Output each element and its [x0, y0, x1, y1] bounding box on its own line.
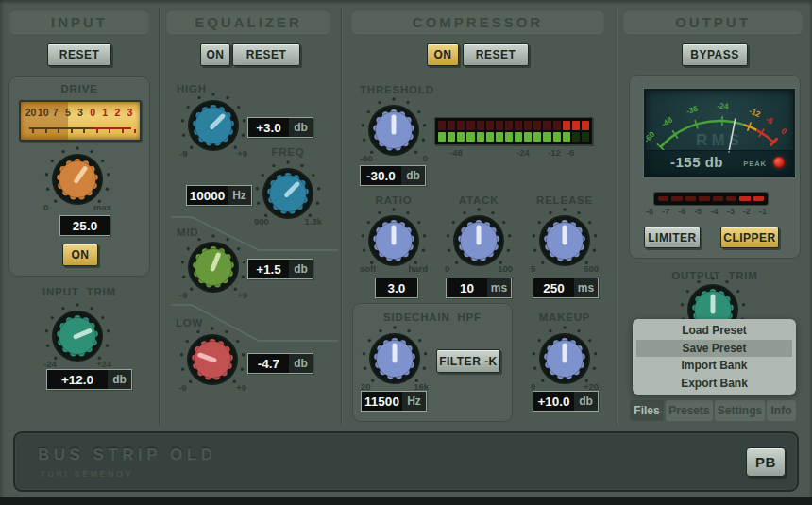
clip-meter-label: -3	[727, 207, 735, 216]
filter-k-button[interactable]: FILTER -K	[436, 349, 500, 373]
meter-segment	[671, 196, 682, 201]
led-cell	[496, 121, 503, 130]
svg-text:RMS: RMS	[696, 131, 743, 149]
drive-scale-number: 3	[74, 107, 86, 118]
eq-freq-knob[interactable]: 9001.3k	[252, 160, 324, 231]
eq-mid-knob[interactable]: -9+9	[178, 233, 249, 305]
drive-scale-number: 1	[99, 107, 111, 118]
drive-scale-number: 20	[25, 107, 37, 118]
plugin-author: YURI SEMENOV	[40, 469, 133, 479]
limiter-button[interactable]: LIMITER	[644, 227, 701, 248]
drive-scale-number: 0	[87, 107, 99, 118]
svg-text:-48: -48	[659, 114, 674, 128]
led-cell	[496, 132, 503, 142]
knob-min-label: -9	[178, 382, 186, 393]
ratio-value[interactable]: 3.0	[375, 278, 418, 298]
comp-reset-button[interactable]: RESET	[463, 43, 529, 66]
eq-low-knob[interactable]: -9+9	[177, 326, 248, 397]
attack-knob[interactable]: 0100	[443, 207, 515, 278]
sidechain-value[interactable]: 11500 Hz	[361, 391, 427, 412]
eq-mid-value[interactable]: +1.5 db	[247, 259, 313, 279]
led-cell	[563, 121, 570, 130]
drive-scale-tick	[96, 129, 98, 133]
makeup-unit: db	[574, 392, 598, 411]
input-reset-button[interactable]: RESET	[47, 43, 111, 66]
eq-low-value[interactable]: -4.7 db	[247, 353, 313, 374]
clip-meter-labels: -8-7-6-5-4-3-2-1	[646, 207, 767, 216]
makeup-value-text: +10.0	[533, 392, 574, 411]
led-cell	[515, 132, 522, 142]
tab-settings[interactable]: Settings	[715, 400, 765, 421]
menu-item-export-bank[interactable]: Export Bank	[636, 375, 792, 393]
svg-text:-12: -12	[748, 106, 762, 119]
ratio-label: RATIO	[358, 194, 430, 206]
drive-knob[interactable]: 0max	[42, 145, 113, 217]
eq-freq-value[interactable]: 10000 Hz	[186, 185, 252, 206]
tab-info[interactable]: Info	[767, 400, 796, 421]
input-trim-knob[interactable]: -24+24	[42, 302, 113, 374]
knob-max-label: +24	[96, 359, 111, 369]
comp-on-button[interactable]: ON	[427, 43, 459, 66]
led-cell	[572, 121, 580, 130]
drive-label: DRIVE	[9, 83, 149, 94]
led-cell	[438, 121, 446, 130]
vu-meter: -60-48-36-24-12-60RMS -155 db PEAK	[644, 89, 795, 177]
pb-button[interactable]: PB	[746, 447, 786, 477]
section-title-input: INPUT	[9, 9, 149, 34]
makeup-knob[interactable]: 0+20	[529, 325, 601, 396]
sidechain-value-text: 11500	[362, 392, 402, 411]
eq-mid-unit: db	[289, 260, 313, 278]
tab-files[interactable]: Files	[630, 400, 664, 421]
knob-max-label: +9	[237, 290, 247, 300]
eq-freq-label: FREQ	[255, 146, 321, 158]
attack-value[interactable]: 10 ms	[446, 278, 512, 298]
menu-item-save-preset[interactable]: Save Preset	[636, 340, 792, 358]
release-value[interactable]: 250 ms	[533, 278, 599, 298]
drive-on-button[interactable]: ON	[62, 244, 98, 266]
footer-bar: BUS STRIP OLD YURI SEMENOV PB	[13, 431, 799, 492]
clip-meter	[654, 193, 768, 205]
drive-meter-ruler	[29, 127, 131, 134]
drive-scale-number: 2	[111, 107, 124, 118]
clip-meter-label: -1	[759, 207, 767, 216]
release-label: RELEASE	[529, 194, 601, 206]
knob-max-label: max	[93, 202, 111, 212]
vu-meter-scale: -60-48-36-24-12-60RMS	[646, 91, 793, 153]
ratio-value-text: 3.0	[376, 278, 417, 297]
tab-presets[interactable]: Presets	[666, 400, 713, 421]
sidechain-knob[interactable]: 2016k	[359, 325, 431, 396]
drive-scale-tick	[109, 129, 110, 133]
led-cell	[553, 132, 561, 142]
eq-on-button[interactable]: ON	[200, 43, 230, 66]
clipper-button[interactable]: CLIPPER	[720, 227, 779, 248]
drive-scale-tick	[134, 129, 136, 133]
eq-freq-unit: Hz	[228, 186, 251, 205]
led-cell	[457, 132, 465, 142]
led-cell	[477, 121, 484, 130]
threshold-label: THRESHOLD	[360, 84, 434, 95]
svg-text:0: 0	[779, 126, 788, 137]
led-cell	[438, 132, 446, 142]
threshold-knob[interactable]: -600	[358, 96, 430, 168]
menu-item-load-preset[interactable]: Load Preset	[636, 322, 792, 340]
drive-vu-meter: 20107530123	[19, 100, 142, 142]
svg-text:-36: -36	[685, 104, 699, 116]
menu-item-import-bank[interactable]: Import Bank	[636, 357, 792, 375]
drive-scale-tick	[45, 129, 47, 133]
knob-min-label: 900	[254, 216, 269, 227]
bypass-button[interactable]: BYPASS	[682, 43, 748, 66]
knob-min-label: -24	[43, 359, 57, 369]
knob-min-label: -9	[179, 148, 187, 159]
ratio-knob[interactable]: softhard	[358, 207, 430, 278]
drive-value[interactable]: 25.0	[59, 215, 110, 236]
threshold-value[interactable]: -30.0 db	[360, 165, 426, 186]
eq-high-knob[interactable]: -9+9	[178, 92, 249, 163]
release-knob[interactable]: 5500	[529, 207, 601, 278]
svg-text:-60: -60	[646, 129, 657, 144]
knob-max-label: hard	[408, 263, 428, 274]
makeup-value[interactable]: +10.0 db	[533, 391, 599, 412]
eq-reset-button[interactable]: RESET	[232, 43, 300, 66]
eq-high-value[interactable]: +3.0 db	[247, 117, 313, 138]
input-trim-value[interactable]: +12.0 db	[46, 369, 132, 390]
plugin-title: BUS STRIP OLD	[38, 446, 216, 464]
